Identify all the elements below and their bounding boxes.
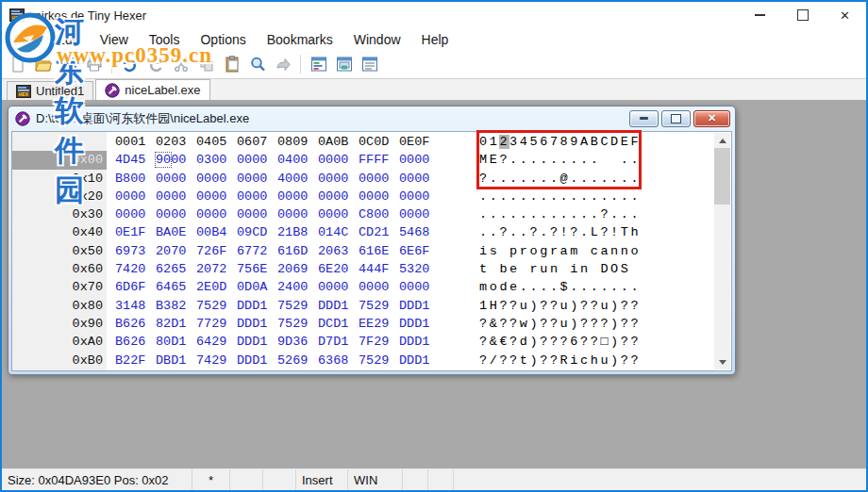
- hex-cell[interactable]: 0000: [115, 188, 147, 205]
- hex-cell[interactable]: 0000: [196, 188, 228, 205]
- hex-cell[interactable]: 7420: [115, 260, 147, 278]
- ascii-cell[interactable]: is program canno: [479, 242, 641, 260]
- hex-cell[interactable]: 0000: [318, 170, 350, 188]
- search-button[interactable]: [244, 52, 270, 76]
- hex-cell[interactable]: B626: [115, 333, 147, 351]
- hex-cell[interactable]: 5269: [277, 352, 309, 369]
- vertical-scrollbar[interactable]: [714, 133, 730, 369]
- hex-cell[interactable]: 5320: [399, 260, 431, 278]
- hex-cell[interactable]: 7529: [196, 297, 228, 315]
- hex-cell[interactable]: 6E20: [318, 260, 350, 278]
- hex-cell[interactable]: FFFF: [359, 151, 391, 169]
- hex-cell[interactable]: 616D: [277, 242, 309, 260]
- hex-cell[interactable]: DDD1: [399, 333, 431, 351]
- undo-button[interactable]: [117, 52, 142, 76]
- hex-cell[interactable]: BA0E: [156, 223, 188, 241]
- hex-cell[interactable]: 82D1: [156, 315, 188, 333]
- minimize-button[interactable]: [739, 2, 781, 28]
- redo-button[interactable]: [142, 52, 168, 76]
- hex-cell[interactable]: 0000: [156, 170, 188, 188]
- menu-item-view[interactable]: View: [90, 30, 139, 49]
- open-file-button[interactable]: [30, 52, 56, 76]
- hex-cell[interactable]: 0000: [237, 170, 269, 188]
- hex-cell[interactable]: 3148: [115, 297, 147, 315]
- menu-item-options[interactable]: Options: [190, 30, 256, 49]
- hex-cell[interactable]: 4D45: [115, 151, 147, 169]
- hex-cell[interactable]: 6D6F: [115, 278, 147, 296]
- ascii-cell[interactable]: t be run in DOS: [479, 260, 641, 278]
- tab-nicelabel-exe[interactable]: niceLabel.exe: [95, 79, 209, 100]
- menu-item-tools[interactable]: Tools: [139, 30, 191, 49]
- hex-cell[interactable]: 7F29: [359, 333, 391, 351]
- hex-cell[interactable]: 014C: [318, 223, 350, 241]
- hex-cell[interactable]: 0000: [399, 151, 431, 169]
- hex-cell[interactable]: 2072: [196, 260, 228, 278]
- hex-cell[interactable]: 9D36: [277, 333, 309, 351]
- hex-cell[interactable]: 6465: [156, 278, 188, 296]
- scroll-down-button[interactable]: [714, 354, 730, 369]
- ascii-cell[interactable]: ................: [479, 188, 641, 205]
- hex-cell[interactable]: 0000: [359, 170, 391, 188]
- hex-cell[interactable]: 80D1: [156, 333, 188, 351]
- child-close-button[interactable]: ✕: [693, 110, 730, 127]
- hex-cell[interactable]: DBD1: [156, 352, 188, 369]
- hex-cell[interactable]: 0000: [318, 205, 350, 223]
- paste-button[interactable]: [219, 52, 244, 76]
- tab-untitled1[interactable]: HEXUntitled1: [7, 81, 93, 100]
- hex-cell[interactable]: DDD1: [318, 297, 350, 315]
- hex-cell[interactable]: 0000: [156, 188, 188, 205]
- hex-cell[interactable]: 2070: [156, 242, 188, 260]
- hex-cell[interactable]: 7529: [359, 352, 391, 369]
- hex-cell[interactable]: 0E1F: [115, 223, 147, 241]
- child-minimize-button[interactable]: [629, 110, 659, 127]
- menu-item-bookmarks[interactable]: Bookmarks: [257, 30, 343, 49]
- hex-cell[interactable]: 6772: [237, 242, 269, 260]
- hex-cell[interactable]: 09CD: [237, 223, 269, 241]
- hex-cell[interactable]: 7429: [196, 352, 228, 369]
- hex-cell[interactable]: B382: [156, 297, 188, 315]
- hex-cell[interactable]: C800: [359, 205, 391, 223]
- hex-cell[interactable]: 0400: [277, 151, 309, 169]
- hex-cell[interactable]: 7529: [277, 315, 309, 333]
- menu-item-file[interactable]: File: [4, 30, 46, 49]
- view-list-button[interactable]: [357, 52, 382, 76]
- hex-cell[interactable]: DDD1: [399, 352, 431, 369]
- hex-cell[interactable]: 0000: [399, 278, 431, 296]
- hex-cell[interactable]: 7529: [277, 297, 309, 315]
- hex-cell[interactable]: B626: [115, 315, 147, 333]
- view-disk-button[interactable]: [331, 52, 357, 76]
- ascii-cell[interactable]: ..?..?.?!?.L?!Th: [479, 223, 641, 241]
- hex-cell[interactable]: 616E: [359, 242, 391, 260]
- hex-cell[interactable]: 0000: [156, 205, 188, 223]
- hex-cell[interactable]: 0000: [115, 205, 147, 223]
- hex-cell[interactable]: DDD1: [399, 297, 431, 315]
- print-button[interactable]: [81, 52, 107, 76]
- hex-cell[interactable]: 0000: [237, 151, 269, 169]
- menu-item-help[interactable]: Help: [411, 30, 459, 49]
- hex-cell[interactable]: 0000: [359, 188, 391, 205]
- ascii-cell[interactable]: ............?...: [479, 205, 641, 223]
- hex-cell[interactable]: 0300: [196, 151, 228, 169]
- ascii-cell[interactable]: ME?......... ..: [479, 151, 641, 169]
- hex-cell[interactable]: 726F: [196, 242, 228, 260]
- hex-cell[interactable]: 0000: [318, 278, 350, 296]
- copy-button[interactable]: [193, 52, 219, 76]
- hex-cell[interactable]: 0000: [399, 170, 431, 188]
- hex-cell[interactable]: 2400: [277, 278, 309, 296]
- hex-cell[interactable]: 21B8: [277, 223, 309, 241]
- hex-cell[interactable]: 0000: [237, 188, 269, 205]
- hex-cell[interactable]: 2E0D: [196, 278, 228, 296]
- ascii-cell[interactable]: ?&€?d)???6??□)??: [479, 333, 641, 351]
- cut-button[interactable]: [168, 52, 193, 76]
- hex-cell[interactable]: 6265: [156, 260, 188, 278]
- hex-cell[interactable]: 0000: [399, 205, 431, 223]
- hex-cell[interactable]: 0000: [196, 205, 228, 223]
- hex-cell[interactable]: 9000: [156, 151, 188, 169]
- hex-cell[interactable]: 00B4: [196, 223, 228, 241]
- hex-cell[interactable]: B800: [115, 170, 147, 188]
- close-button[interactable]: ✕: [824, 2, 866, 28]
- hex-cell[interactable]: EE29: [359, 315, 391, 333]
- hex-cell[interactable]: 6973: [115, 242, 147, 260]
- hex-cell[interactable]: DDD1: [237, 333, 269, 351]
- hex-cell[interactable]: 444F: [359, 260, 391, 278]
